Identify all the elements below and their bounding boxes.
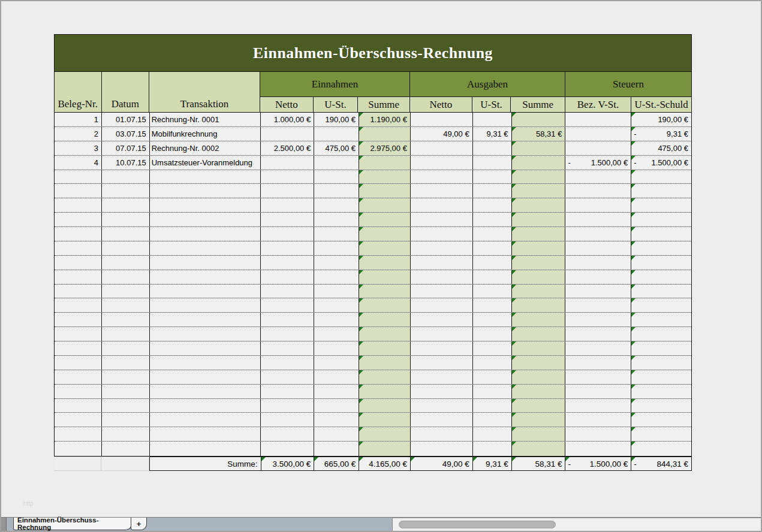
data-cell[interactable]: -1.500,00 € bbox=[565, 156, 631, 170]
data-cell[interactable]: 1 bbox=[55, 113, 102, 126]
data-cell[interactable] bbox=[102, 241, 150, 255]
data-cell[interactable] bbox=[359, 156, 411, 170]
data-cell[interactable] bbox=[314, 442, 359, 456]
data-cell[interactable]: 07.07.15 bbox=[102, 141, 150, 155]
data-cell[interactable] bbox=[473, 313, 512, 327]
data-cell[interactable] bbox=[261, 127, 314, 141]
data-cell[interactable] bbox=[565, 341, 631, 355]
data-cell[interactable] bbox=[261, 356, 314, 370]
column-header-beleg-nr[interactable]: Beleg-Nr. bbox=[55, 72, 102, 112]
summary-value-cell[interactable]: 58,31 € bbox=[512, 457, 566, 470]
data-cell[interactable] bbox=[55, 285, 102, 298]
data-cell[interactable] bbox=[359, 356, 411, 370]
data-cell[interactable] bbox=[261, 156, 314, 170]
data-cell[interactable] bbox=[261, 413, 314, 427]
data-cell[interactable] bbox=[565, 184, 631, 198]
data-cell[interactable] bbox=[314, 184, 359, 198]
data-cell[interactable] bbox=[411, 227, 473, 241]
data-cell[interactable]: Mobilfunkrechnung bbox=[150, 127, 261, 141]
data-cell[interactable] bbox=[150, 427, 261, 441]
data-cell[interactable] bbox=[631, 427, 691, 441]
data-cell[interactable] bbox=[102, 184, 150, 198]
data-cell[interactable] bbox=[473, 427, 512, 441]
data-cell[interactable] bbox=[55, 170, 102, 184]
data-cell[interactable] bbox=[512, 313, 566, 327]
data-cell[interactable] bbox=[512, 442, 566, 456]
data-cell[interactable] bbox=[150, 399, 261, 413]
data-cell[interactable] bbox=[565, 241, 631, 255]
data-cell[interactable] bbox=[359, 213, 411, 226]
data-cell[interactable] bbox=[150, 313, 261, 327]
data-cell[interactable] bbox=[314, 370, 359, 384]
data-cell[interactable]: 190,00 € bbox=[631, 113, 691, 126]
data-cell[interactable] bbox=[261, 198, 314, 212]
data-cell[interactable] bbox=[565, 198, 631, 212]
data-cell[interactable] bbox=[512, 227, 566, 241]
data-cell[interactable] bbox=[102, 427, 150, 441]
data-cell[interactable] bbox=[150, 213, 261, 226]
summary-value-cell[interactable]: 665,00 € bbox=[314, 457, 359, 470]
data-cell[interactable] bbox=[631, 241, 691, 255]
data-cell[interactable] bbox=[261, 270, 314, 284]
data-cell[interactable] bbox=[631, 170, 691, 184]
data-cell[interactable] bbox=[512, 298, 566, 312]
title-cell[interactable]: Einnahmen-Überschuss-Rechnung bbox=[54, 34, 692, 72]
data-cell[interactable]: 475,00 € bbox=[314, 141, 359, 155]
data-cell[interactable] bbox=[473, 413, 512, 427]
data-cell[interactable]: 10.07.15 bbox=[102, 156, 150, 170]
data-cell[interactable] bbox=[631, 442, 691, 456]
data-cell[interactable] bbox=[565, 427, 631, 441]
data-cell[interactable] bbox=[631, 356, 691, 370]
data-cell[interactable]: 475,00 € bbox=[631, 141, 691, 155]
data-cell[interactable] bbox=[565, 285, 631, 298]
data-cell[interactable] bbox=[261, 298, 314, 312]
data-cell[interactable] bbox=[55, 442, 102, 456]
data-cell[interactable] bbox=[55, 313, 102, 327]
data-cell[interactable] bbox=[314, 341, 359, 355]
data-cell[interactable] bbox=[314, 285, 359, 298]
data-cell[interactable] bbox=[261, 341, 314, 355]
data-cell[interactable] bbox=[631, 184, 691, 198]
data-cell[interactable] bbox=[314, 399, 359, 413]
data-cell[interactable] bbox=[631, 213, 691, 226]
data-cell[interactable]: 2.500,00 € bbox=[261, 141, 314, 155]
data-cell[interactable] bbox=[631, 327, 691, 341]
data-cell[interactable] bbox=[359, 385, 411, 398]
data-cell[interactable] bbox=[411, 442, 473, 456]
data-cell[interactable] bbox=[411, 356, 473, 370]
data-cell[interactable] bbox=[102, 413, 150, 427]
data-cell[interactable] bbox=[512, 141, 566, 155]
data-cell[interactable] bbox=[631, 313, 691, 327]
data-cell[interactable] bbox=[261, 170, 314, 184]
data-cell[interactable]: Rechnung-Nr. 0001 bbox=[150, 113, 261, 126]
data-cell[interactable]: -1.500,00 € bbox=[631, 156, 691, 170]
subcol-header-ust-schuld[interactable]: U-St.-Schuld bbox=[631, 97, 691, 112]
data-cell[interactable]: 4 bbox=[55, 156, 102, 170]
data-cell[interactable] bbox=[473, 285, 512, 298]
data-cell[interactable] bbox=[512, 198, 566, 212]
data-cell[interactable] bbox=[150, 413, 261, 427]
data-cell[interactable] bbox=[102, 385, 150, 398]
data-cell[interactable] bbox=[102, 313, 150, 327]
data-cell[interactable]: Rechnung-Nr. 0002 bbox=[150, 141, 261, 155]
data-cell[interactable] bbox=[473, 241, 512, 255]
data-cell[interactable] bbox=[102, 170, 150, 184]
data-cell[interactable]: 1.000,00 € bbox=[261, 113, 314, 126]
data-cell[interactable] bbox=[102, 285, 150, 298]
data-cell[interactable] bbox=[512, 213, 566, 226]
data-cell[interactable] bbox=[631, 227, 691, 241]
data-cell[interactable] bbox=[314, 170, 359, 184]
data-cell[interactable] bbox=[102, 341, 150, 355]
data-cell[interactable] bbox=[314, 227, 359, 241]
data-cell[interactable] bbox=[512, 241, 566, 255]
data-cell[interactable] bbox=[102, 327, 150, 341]
data-cell[interactable] bbox=[55, 298, 102, 312]
data-cell[interactable] bbox=[359, 256, 411, 270]
data-cell[interactable] bbox=[102, 298, 150, 312]
data-cell[interactable] bbox=[150, 285, 261, 298]
data-cell[interactable] bbox=[55, 413, 102, 427]
data-cell[interactable] bbox=[150, 370, 261, 384]
summary-label-cell[interactable]: Summe: bbox=[150, 457, 261, 470]
data-cell[interactable] bbox=[631, 285, 691, 298]
data-cell[interactable] bbox=[631, 399, 691, 413]
